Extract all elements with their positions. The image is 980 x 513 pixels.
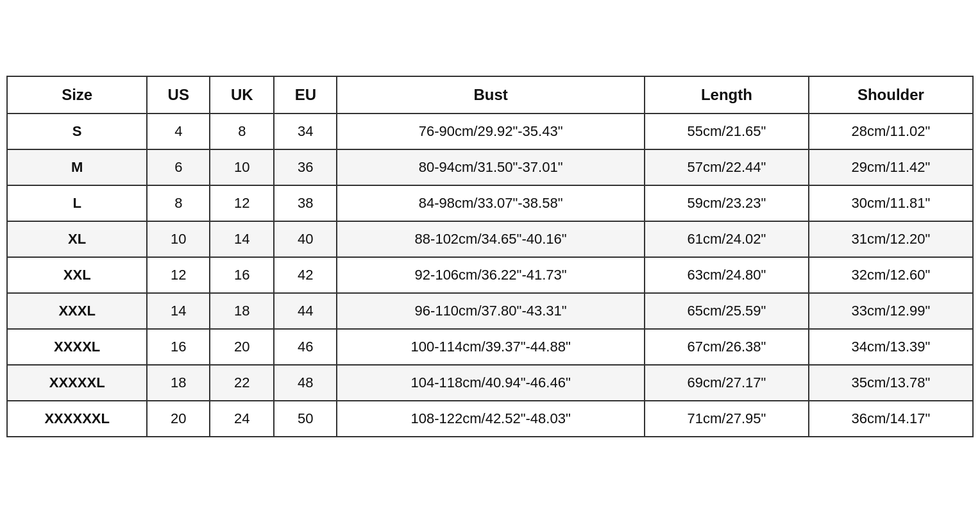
cell-us: 14 (147, 293, 210, 329)
cell-shoulder: 28cm/11.02" (809, 114, 973, 149)
table-row: XXXXL162046100-114cm/39.37"-44.88"67cm/2… (7, 329, 973, 365)
cell-length: 63cm/24.80" (645, 257, 809, 293)
cell-length: 59cm/23.23" (645, 185, 809, 221)
header-length: Length (645, 76, 809, 114)
table-header-row: Size US UK EU Bust Length Shoulder (7, 76, 973, 114)
table-row: XXXXXXL202450108-122cm/42.52"-48.03"71cm… (7, 401, 973, 437)
cell-length: 65cm/25.59" (645, 293, 809, 329)
cell-us: 10 (147, 221, 210, 257)
cell-size: XXXXL (7, 329, 147, 365)
cell-length: 61cm/24.02" (645, 221, 809, 257)
header-bust: Bust (337, 76, 645, 114)
cell-eu: 36 (274, 149, 337, 185)
cell-uk: 18 (210, 293, 274, 329)
cell-size: XXXXXL (7, 365, 147, 401)
cell-uk: 10 (210, 149, 274, 185)
cell-shoulder: 36cm/14.17" (809, 401, 973, 437)
cell-shoulder: 31cm/12.20" (809, 221, 973, 257)
cell-us: 12 (147, 257, 210, 293)
table-row: XXXL14184496-110cm/37.80"-43.31"65cm/25.… (7, 293, 973, 329)
cell-size: L (7, 185, 147, 221)
cell-eu: 46 (274, 329, 337, 365)
header-shoulder: Shoulder (809, 76, 973, 114)
cell-length: 71cm/27.95" (645, 401, 809, 437)
table-row: L8123884-98cm/33.07"-38.58"59cm/23.23"30… (7, 185, 973, 221)
table-row: S483476-90cm/29.92"-35.43"55cm/21.65"28c… (7, 114, 973, 149)
cell-shoulder: 33cm/12.99" (809, 293, 973, 329)
header-uk: UK (210, 76, 274, 114)
cell-length: 67cm/26.38" (645, 329, 809, 365)
cell-uk: 22 (210, 365, 274, 401)
cell-size: S (7, 114, 147, 149)
cell-eu: 34 (274, 114, 337, 149)
cell-shoulder: 32cm/12.60" (809, 257, 973, 293)
cell-us: 16 (147, 329, 210, 365)
cell-size: XXXXXXL (7, 401, 147, 437)
cell-us: 6 (147, 149, 210, 185)
cell-size: XL (7, 221, 147, 257)
cell-uk: 20 (210, 329, 274, 365)
table-row: M6103680-94cm/31.50"-37.01"57cm/22.44"29… (7, 149, 973, 185)
header-size: Size (7, 76, 147, 114)
cell-size: XXXL (7, 293, 147, 329)
cell-bust: 100-114cm/39.37"-44.88" (337, 329, 645, 365)
cell-us: 4 (147, 114, 210, 149)
cell-eu: 44 (274, 293, 337, 329)
cell-bust: 76-90cm/29.92"-35.43" (337, 114, 645, 149)
table-row: XXL12164292-106cm/36.22"-41.73"63cm/24.8… (7, 257, 973, 293)
cell-shoulder: 35cm/13.78" (809, 365, 973, 401)
cell-shoulder: 34cm/13.39" (809, 329, 973, 365)
cell-uk: 8 (210, 114, 274, 149)
cell-us: 18 (147, 365, 210, 401)
cell-eu: 38 (274, 185, 337, 221)
size-chart-container: Size US UK EU Bust Length Shoulder S4834… (0, 69, 980, 444)
cell-size: M (7, 149, 147, 185)
cell-bust: 88-102cm/34.65"-40.16" (337, 221, 645, 257)
cell-length: 55cm/21.65" (645, 114, 809, 149)
cell-uk: 12 (210, 185, 274, 221)
cell-uk: 24 (210, 401, 274, 437)
cell-bust: 92-106cm/36.22"-41.73" (337, 257, 645, 293)
header-us: US (147, 76, 210, 114)
cell-eu: 42 (274, 257, 337, 293)
cell-us: 20 (147, 401, 210, 437)
cell-shoulder: 29cm/11.42" (809, 149, 973, 185)
cell-bust: 80-94cm/31.50"-37.01" (337, 149, 645, 185)
cell-bust: 84-98cm/33.07"-38.58" (337, 185, 645, 221)
cell-bust: 104-118cm/40.94"-46.46" (337, 365, 645, 401)
cell-length: 57cm/22.44" (645, 149, 809, 185)
table-row: XXXXXL182248104-118cm/40.94"-46.46"69cm/… (7, 365, 973, 401)
cell-eu: 40 (274, 221, 337, 257)
cell-uk: 16 (210, 257, 274, 293)
cell-uk: 14 (210, 221, 274, 257)
cell-eu: 48 (274, 365, 337, 401)
cell-eu: 50 (274, 401, 337, 437)
size-chart-table: Size US UK EU Bust Length Shoulder S4834… (6, 76, 974, 437)
header-eu: EU (274, 76, 337, 114)
cell-bust: 108-122cm/42.52"-48.03" (337, 401, 645, 437)
cell-shoulder: 30cm/11.81" (809, 185, 973, 221)
table-row: XL10144088-102cm/34.65"-40.16"61cm/24.02… (7, 221, 973, 257)
cell-length: 69cm/27.17" (645, 365, 809, 401)
cell-us: 8 (147, 185, 210, 221)
cell-size: XXL (7, 257, 147, 293)
cell-bust: 96-110cm/37.80"-43.31" (337, 293, 645, 329)
